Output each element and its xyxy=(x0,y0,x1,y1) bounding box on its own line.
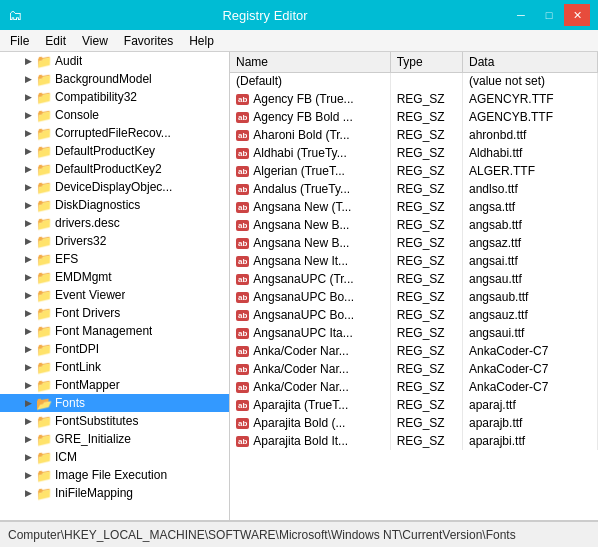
menu-item-favorites[interactable]: Favorites xyxy=(116,30,181,51)
tree-expand-icon[interactable]: ▶ xyxy=(20,71,36,87)
table-row[interactable]: abAngsana New (T...REG_SZangsa.ttf xyxy=(230,198,598,216)
cell-data: angsaz.ttf xyxy=(463,234,598,252)
tree-item[interactable]: ▶📁Font Drivers xyxy=(0,304,229,322)
tree-item[interactable]: ▶📁ICM xyxy=(0,448,229,466)
tree-item[interactable]: ▶📁IniFileMapping xyxy=(0,484,229,502)
tree-expand-icon[interactable]: ▶ xyxy=(20,143,36,159)
folder-icon: 📁 xyxy=(36,54,52,69)
folder-icon: 📁 xyxy=(36,288,52,303)
tree-item[interactable]: ▶📂Fonts xyxy=(0,394,229,412)
tree-expand-icon[interactable]: ▶ xyxy=(20,449,36,465)
tree-item[interactable]: ▶📁DefaultProductKey2 xyxy=(0,160,229,178)
tree-label: CorruptedFileRecov... xyxy=(55,126,171,140)
cell-data: angsa.ttf xyxy=(463,198,598,216)
folder-icon: 📁 xyxy=(36,108,52,123)
tree-item[interactable]: ▶📁Font Management xyxy=(0,322,229,340)
tree-item[interactable]: ▶📁DiskDiagnostics xyxy=(0,196,229,214)
tree-item[interactable]: ▶📁Image File Execution xyxy=(0,466,229,484)
tree-item[interactable]: ▶📁BackgroundModel xyxy=(0,70,229,88)
table-row[interactable]: abAparajita Bold It...REG_SZaparajbi.ttf xyxy=(230,432,598,450)
cell-name: abAldhabi (TrueTy... xyxy=(230,144,390,162)
tree-expand-icon[interactable]: ▶ xyxy=(20,89,36,105)
cell-type: REG_SZ xyxy=(390,144,462,162)
tree-item[interactable]: ▶📁GRE_Initialize xyxy=(0,430,229,448)
tree-expand-icon[interactable]: ▶ xyxy=(20,179,36,195)
tree-item[interactable]: ▶📁Drivers32 xyxy=(0,232,229,250)
table-row[interactable]: abAharoni Bold (Tr...REG_SZahronbd.ttf xyxy=(230,126,598,144)
tree-expand-icon[interactable]: ▶ xyxy=(20,413,36,429)
cell-data: angsauz.ttf xyxy=(463,306,598,324)
table-row[interactable]: (Default)(value not set) xyxy=(230,72,598,90)
tree-item[interactable]: ▶📁DeviceDisplayObjec... xyxy=(0,178,229,196)
tree-expand-icon[interactable]: ▶ xyxy=(20,485,36,501)
tree-expand-icon[interactable]: ▶ xyxy=(20,269,36,285)
tree-item[interactable]: ▶📁Compatibility32 xyxy=(0,88,229,106)
cell-type: REG_SZ xyxy=(390,180,462,198)
table-row[interactable]: abAnka/Coder Nar...REG_SZAnkaCoder-C7 xyxy=(230,342,598,360)
tree-expand-icon[interactable]: ▶ xyxy=(20,395,36,411)
tree-item[interactable]: ▶📁CorruptedFileRecov... xyxy=(0,124,229,142)
table-row[interactable]: abAlgerian (TrueT...REG_SZALGER.TTF xyxy=(230,162,598,180)
tree-expand-icon[interactable]: ▶ xyxy=(20,53,36,69)
table-row[interactable]: abAndalus (TrueTy...REG_SZandlso.ttf xyxy=(230,180,598,198)
tree-expand-icon[interactable]: ▶ xyxy=(20,107,36,123)
cell-name: abAndalus (TrueTy... xyxy=(230,180,390,198)
tree-item[interactable]: ▶📁DefaultProductKey xyxy=(0,142,229,160)
tree-expand-icon[interactable]: ▶ xyxy=(20,359,36,375)
menu-item-edit[interactable]: Edit xyxy=(37,30,74,51)
tree-expand-icon[interactable]: ▶ xyxy=(20,341,36,357)
table-row[interactable]: abAparajita (TrueT...REG_SZaparaj.ttf xyxy=(230,396,598,414)
table-row[interactable]: abAngsanaUPC (Tr...REG_SZangsau.ttf xyxy=(230,270,598,288)
tree-item[interactable]: ▶📁FontMapper xyxy=(0,376,229,394)
tree-expand-icon[interactable]: ▶ xyxy=(20,233,36,249)
tree-expand-icon[interactable]: ▶ xyxy=(20,125,36,141)
tree-item[interactable]: ▶📁Event Viewer xyxy=(0,286,229,304)
table-row[interactable]: abAgency FB (True...REG_SZAGENCYR.TTF xyxy=(230,90,598,108)
minimize-button[interactable]: ─ xyxy=(508,4,534,26)
tree-item[interactable]: ▶📁FontDPI xyxy=(0,340,229,358)
tree-item[interactable]: ▶📁Console xyxy=(0,106,229,124)
table-row[interactable]: abAngsanaUPC Bo...REG_SZangsaub.ttf xyxy=(230,288,598,306)
tree-item[interactable]: ▶📁FontLink xyxy=(0,358,229,376)
tree-expand-icon[interactable]: ▶ xyxy=(20,431,36,447)
folder-icon: 📁 xyxy=(36,486,52,501)
tree-item[interactable]: ▶📁Audit xyxy=(0,52,229,70)
close-button[interactable]: ✕ xyxy=(564,4,590,26)
table-row[interactable]: abAparajita Bold (...REG_SZaparajb.ttf xyxy=(230,414,598,432)
cell-name: abAlgerian (TrueT... xyxy=(230,162,390,180)
tree-expand-icon[interactable]: ▶ xyxy=(20,197,36,213)
cell-name: abAparajita Bold It... xyxy=(230,432,390,450)
table-row[interactable]: abAngsana New B...REG_SZangsab.ttf xyxy=(230,216,598,234)
cell-data: aparaj.ttf xyxy=(463,396,598,414)
registry-table[interactable]: Name Type Data (Default)(value not set)a… xyxy=(230,52,598,520)
table-row[interactable]: abAngsanaUPC Bo...REG_SZangsauz.ttf xyxy=(230,306,598,324)
table-row[interactable]: abAngsana New It...REG_SZangsai.ttf xyxy=(230,252,598,270)
table-row[interactable]: abAngsanaUPC Ita...REG_SZangsaui.ttf xyxy=(230,324,598,342)
tree-expand-icon[interactable]: ▶ xyxy=(20,251,36,267)
tree-expand-icon[interactable]: ▶ xyxy=(20,305,36,321)
table-row[interactable]: abAldhabi (TrueTy...REG_SZAldhabi.ttf xyxy=(230,144,598,162)
tree-expand-icon[interactable]: ▶ xyxy=(20,287,36,303)
tree-item[interactable]: ▶📁FontSubstitutes xyxy=(0,412,229,430)
tree-expand-icon[interactable]: ▶ xyxy=(20,377,36,393)
tree-label: EMDMgmt xyxy=(55,270,112,284)
tree-item[interactable]: ▶📁EFS xyxy=(0,250,229,268)
tree-expand-icon[interactable]: ▶ xyxy=(20,323,36,339)
maximize-button[interactable]: □ xyxy=(536,4,562,26)
tree-item[interactable]: ▶📁drivers.desc xyxy=(0,214,229,232)
tree-panel[interactable]: ▶📁Audit▶📁BackgroundModel▶📁Compatibility3… xyxy=(0,52,230,520)
table-row[interactable]: abAgency FB Bold ...REG_SZAGENCYB.TTF xyxy=(230,108,598,126)
table-row[interactable]: abAnka/Coder Nar...REG_SZAnkaCoder-C7 xyxy=(230,360,598,378)
menu-item-file[interactable]: File xyxy=(2,30,37,51)
tree-expand-icon[interactable]: ▶ xyxy=(20,467,36,483)
tree-expand-icon[interactable]: ▶ xyxy=(20,161,36,177)
tree-label: Font Drivers xyxy=(55,306,120,320)
menu-item-help[interactable]: Help xyxy=(181,30,222,51)
tree-expand-icon[interactable]: ▶ xyxy=(20,215,36,231)
table-row[interactable]: abAngsana New B...REG_SZangsaz.ttf xyxy=(230,234,598,252)
table-row[interactable]: abAnka/Coder Nar...REG_SZAnkaCoder-C7 xyxy=(230,378,598,396)
col-type: Type xyxy=(390,52,462,72)
tree-item[interactable]: ▶📁EMDMgmt xyxy=(0,268,229,286)
folder-icon: 📁 xyxy=(36,180,52,195)
menu-item-view[interactable]: View xyxy=(74,30,116,51)
